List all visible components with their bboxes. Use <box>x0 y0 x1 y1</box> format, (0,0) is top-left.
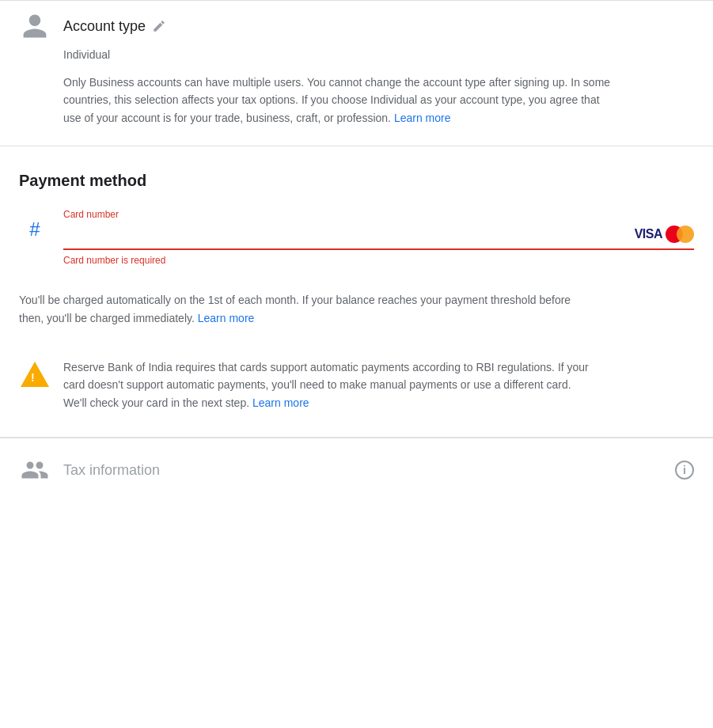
account-type-section: Account type Individual Only Business ac… <box>0 10 713 146</box>
mc-circle-right <box>677 226 694 243</box>
tax-information-title: Tax information <box>63 462 160 479</box>
visa-logo: VISA <box>635 227 662 241</box>
account-type-value: Individual <box>63 48 694 61</box>
card-number-label: Card number <box>63 209 694 220</box>
card-input-wrapper: Card number VISA <box>63 209 694 250</box>
info-icon[interactable]: i <box>675 461 694 480</box>
hash-icon: # <box>19 214 51 245</box>
warning-learn-more-link[interactable]: Learn more <box>252 396 309 409</box>
card-input-row: # Card number VISA <box>19 209 694 250</box>
card-number-input[interactable] <box>63 223 635 245</box>
edit-icon[interactable] <box>152 19 166 33</box>
payment-method-section: Payment method # Card number VISA <box>0 146 713 438</box>
mastercard-logo <box>666 225 694 244</box>
card-number-error: Card number is required <box>63 255 165 266</box>
account-type-title: Account type <box>63 18 146 35</box>
page-container: Account type Individual Only Business ac… <box>0 0 713 502</box>
payment-method-title: Payment method <box>19 172 694 190</box>
card-logos: VISA <box>635 225 694 244</box>
charge-learn-more-link[interactable]: Learn more <box>198 312 255 324</box>
tax-information-section: Tax information i <box>0 438 713 502</box>
account-type-learn-more-link[interactable]: Learn more <box>394 112 451 124</box>
tax-icon <box>19 454 51 486</box>
charge-info: You'll be charged automatically on the 1… <box>19 291 589 327</box>
section-header: Account type <box>19 10 694 42</box>
warning-text: Reserve Bank of India requires that card… <box>63 358 589 411</box>
warning-triangle <box>21 362 49 387</box>
tax-left: Tax information <box>19 454 160 486</box>
warning-icon <box>19 358 51 390</box>
info-icon-label: i <box>683 464 686 476</box>
warning-box: Reserve Bank of India requires that card… <box>19 352 589 418</box>
card-error-row: Card number is required <box>63 253 694 266</box>
account-type-description: Only Business accounts can have multiple… <box>63 74 617 127</box>
account-type-title-row: Account type <box>63 18 166 35</box>
person-icon <box>19 10 51 42</box>
card-input-field-row: VISA <box>63 223 694 250</box>
